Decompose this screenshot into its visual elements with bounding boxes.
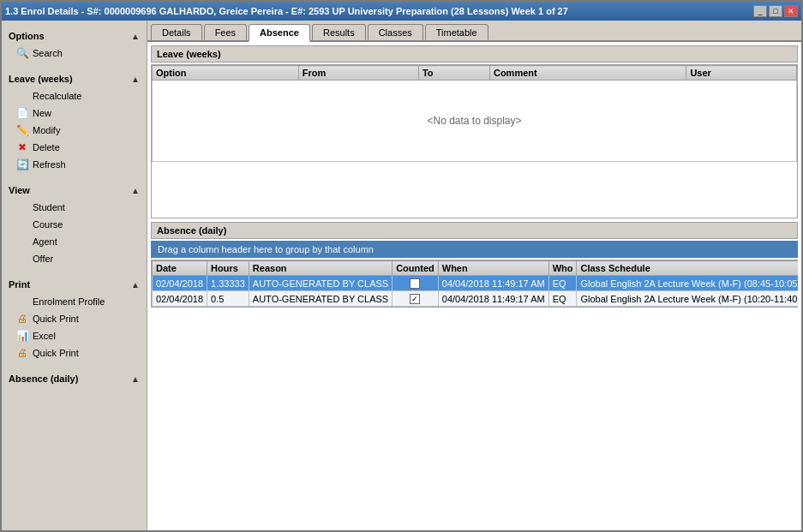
offer-icon <box>15 252 29 266</box>
recalculate-label: Recalculate <box>33 91 81 101</box>
search-label: Search <box>33 48 63 58</box>
course-icon <box>15 218 29 231</box>
agent-label: Agent <box>33 236 57 247</box>
print-collapse-icon[interactable]: ▲ <box>131 280 140 290</box>
refresh-icon: 🔄 <box>15 158 29 171</box>
enrolment-profile-label: Enrolment Profile <box>33 296 105 307</box>
absence-daily-section-title: Absence (daily) <box>151 222 798 239</box>
recalculate-icon <box>15 89 29 103</box>
title-buttons: _ □ ✕ <box>753 5 798 17</box>
sidebar-item-refresh[interactable]: 🔄 Refresh <box>2 156 147 173</box>
right-panel: Details Fees Absence Results Classes Tim… <box>147 21 801 530</box>
quick-print-2-icon: 🖨 <box>15 346 29 360</box>
sidebar-item-agent[interactable]: Agent <box>2 233 147 250</box>
leave-col-user[interactable]: User <box>686 66 797 81</box>
refresh-label: Refresh <box>33 159 66 170</box>
sidebar-item-course[interactable]: Course <box>2 216 147 233</box>
sidebar-item-search[interactable]: 🔍 Search <box>2 45 147 62</box>
absence-daily-section-header: Absence (daily) ▲ <box>2 370 147 387</box>
sidebar-item-student[interactable]: Student <box>2 199 147 216</box>
quick-print-1-label: Quick Print <box>33 314 79 324</box>
absence-table-row[interactable]: 02/04/20181.33333AUTO-GENERATED BY CLASS… <box>153 276 799 291</box>
drag-header: Drag a column header here to group by th… <box>151 241 798 258</box>
quick-print-1-icon: 🖨 <box>15 312 29 326</box>
leave-weeks-section-header: Leave (weeks) ▲ <box>2 70 147 87</box>
close-button[interactable]: ✕ <box>784 5 798 17</box>
maximize-button[interactable]: □ <box>769 5 782 17</box>
view-collapse-icon[interactable]: ▲ <box>131 186 140 195</box>
main-window: 1.3 Enrol Details - S#: 0000009696 GALHA… <box>0 0 803 532</box>
absence-col-class-schedule[interactable]: Class Schedule <box>577 261 798 276</box>
absence-col-reason[interactable]: Reason <box>249 261 392 276</box>
view-label: View <box>9 185 30 195</box>
tab-details[interactable]: Details <box>151 24 202 40</box>
absence-col-who[interactable]: Who <box>548 261 577 276</box>
absence-col-counted[interactable]: Counted <box>393 261 439 276</box>
agent-icon <box>15 235 29 248</box>
counted-checkbox[interactable] <box>410 294 420 304</box>
absence-col-hours[interactable]: Hours <box>207 261 249 276</box>
delete-label: Delete <box>33 142 60 152</box>
absence-col-when[interactable]: When <box>438 261 548 276</box>
new-label: New <box>33 108 51 118</box>
view-section-header: View ▲ <box>2 182 147 199</box>
leave-weeks-table: Option From To Comment User <No data to … <box>152 65 797 162</box>
student-icon <box>15 200 29 214</box>
leave-weeks-table-container: Option From To Comment User <No data to … <box>151 64 798 218</box>
window-title: 1.3 Enrol Details - S#: 0000009696 GALHA… <box>5 6 568 16</box>
absence-daily-table: Date Hours Reason Counted When Who Class… <box>152 260 798 307</box>
options-section-header: Options ▲ <box>2 27 147 45</box>
leave-col-from[interactable]: From <box>298 66 418 81</box>
title-bar: 1.3 Enrol Details - S#: 0000009696 GALHA… <box>2 2 801 21</box>
sidebar-item-quick-print-2[interactable]: 🖨 Quick Print <box>2 344 147 362</box>
sidebar-item-recalculate[interactable]: Recalculate <box>2 87 147 105</box>
leave-weeks-collapse-icon[interactable]: ▲ <box>131 75 140 84</box>
leave-col-option[interactable]: Option <box>153 66 299 81</box>
offer-label: Offer <box>33 254 53 264</box>
search-icon: 🔍 <box>15 46 29 60</box>
absence-daily-label: Absence (daily) <box>9 374 78 384</box>
sidebar-item-excel[interactable]: 📊 Excel <box>2 327 147 344</box>
tab-timetable[interactable]: Timetable <box>425 24 488 40</box>
tab-fees[interactable]: Fees <box>204 24 247 40</box>
student-label: Student <box>33 202 65 212</box>
sidebar-item-new[interactable]: 📄 New <box>2 105 147 122</box>
tab-absence[interactable]: Absence <box>249 24 310 42</box>
course-label: Course <box>33 219 63 230</box>
print-label: Print <box>9 279 30 290</box>
delete-icon: ✖ <box>15 140 29 154</box>
sidebar-item-delete[interactable]: ✖ Delete <box>2 139 147 156</box>
print-section-header: Print ▲ <box>2 276 147 293</box>
options-collapse-icon[interactable]: ▲ <box>131 32 140 41</box>
leave-weeks-label: Leave (weeks) <box>9 74 73 84</box>
sidebar-item-modify[interactable]: ✏️ Modify <box>2 122 147 139</box>
sidebar: Options ▲ 🔍 Search Leave (weeks) ▲ Recal… <box>2 21 147 530</box>
tab-classes[interactable]: Classes <box>368 24 423 40</box>
enrolment-profile-icon <box>15 295 29 308</box>
leave-weeks-section-title: Leave (weeks) <box>151 45 798 63</box>
leave-no-data: <No data to display> <box>153 81 797 162</box>
absence-table-row[interactable]: 02/04/20180.5AUTO-GENERATED BY CLASS04/0… <box>153 291 799 307</box>
main-content: Options ▲ 🔍 Search Leave (weeks) ▲ Recal… <box>2 21 801 530</box>
excel-icon: 📊 <box>15 329 29 343</box>
new-icon: 📄 <box>15 106 29 120</box>
sidebar-item-offer[interactable]: Offer <box>2 250 147 267</box>
sidebar-item-enrolment-profile[interactable]: Enrolment Profile <box>2 293 147 310</box>
leave-col-comment[interactable]: Comment <box>489 66 686 81</box>
leave-col-to[interactable]: To <box>418 66 489 81</box>
absence-daily-table-container: Date Hours Reason Counted When Who Class… <box>151 260 798 308</box>
options-label: Options <box>9 31 45 41</box>
absence-daily-collapse-icon[interactable]: ▲ <box>131 374 140 384</box>
absence-daily-section: Absence (daily) Drag a column header her… <box>151 222 798 527</box>
counted-checkbox[interactable] <box>410 278 420 289</box>
tab-bar: Details Fees Absence Results Classes Tim… <box>147 21 801 42</box>
content-area: Leave (weeks) Option From To Comment Use… <box>147 42 801 530</box>
sidebar-item-quick-print-1[interactable]: 🖨 Quick Print <box>2 310 147 327</box>
tab-results[interactable]: Results <box>312 24 366 40</box>
minimize-button[interactable]: _ <box>753 5 767 17</box>
quick-print-2-label: Quick Print <box>33 348 79 358</box>
excel-label: Excel <box>33 331 56 341</box>
absence-col-date[interactable]: Date <box>153 261 207 276</box>
modify-icon: ✏️ <box>15 123 29 137</box>
modify-label: Modify <box>33 125 60 135</box>
